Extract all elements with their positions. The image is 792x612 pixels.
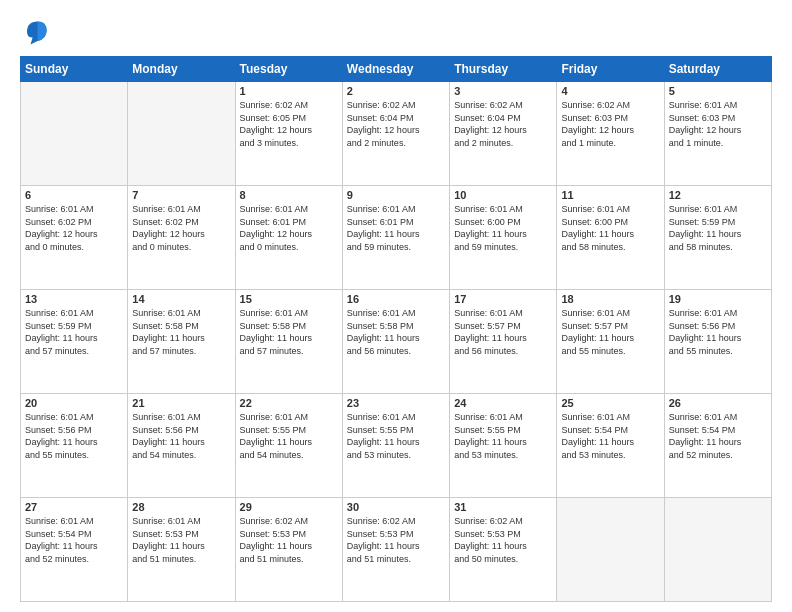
cell-info: Sunrise: 6:01 AM Sunset: 5:58 PM Dayligh… (240, 307, 338, 357)
page: SundayMondayTuesdayWednesdayThursdayFrid… (0, 0, 792, 612)
cell-info: Sunrise: 6:01 AM Sunset: 6:01 PM Dayligh… (240, 203, 338, 253)
day-number: 30 (347, 501, 445, 513)
calendar-cell: 10Sunrise: 6:01 AM Sunset: 6:00 PM Dayli… (450, 186, 557, 290)
calendar-cell: 19Sunrise: 6:01 AM Sunset: 5:56 PM Dayli… (664, 290, 771, 394)
cell-info: Sunrise: 6:01 AM Sunset: 6:02 PM Dayligh… (132, 203, 230, 253)
cell-info: Sunrise: 6:01 AM Sunset: 6:00 PM Dayligh… (561, 203, 659, 253)
cell-info: Sunrise: 6:01 AM Sunset: 5:58 PM Dayligh… (132, 307, 230, 357)
cell-info: Sunrise: 6:01 AM Sunset: 5:56 PM Dayligh… (132, 411, 230, 461)
day-number: 26 (669, 397, 767, 409)
cell-info: Sunrise: 6:02 AM Sunset: 5:53 PM Dayligh… (240, 515, 338, 565)
calendar-header-row: SundayMondayTuesdayWednesdayThursdayFrid… (21, 57, 772, 82)
cell-info: Sunrise: 6:02 AM Sunset: 5:53 PM Dayligh… (347, 515, 445, 565)
cell-info: Sunrise: 6:01 AM Sunset: 5:53 PM Dayligh… (132, 515, 230, 565)
calendar-cell: 21Sunrise: 6:01 AM Sunset: 5:56 PM Dayli… (128, 394, 235, 498)
logo-icon (20, 18, 48, 46)
day-number: 27 (25, 501, 123, 513)
cell-info: Sunrise: 6:01 AM Sunset: 6:03 PM Dayligh… (669, 99, 767, 149)
calendar-cell: 17Sunrise: 6:01 AM Sunset: 5:57 PM Dayli… (450, 290, 557, 394)
header (20, 18, 772, 46)
calendar-cell: 6Sunrise: 6:01 AM Sunset: 6:02 PM Daylig… (21, 186, 128, 290)
day-number: 3 (454, 85, 552, 97)
day-number: 23 (347, 397, 445, 409)
cell-info: Sunrise: 6:02 AM Sunset: 5:53 PM Dayligh… (454, 515, 552, 565)
cell-info: Sunrise: 6:01 AM Sunset: 5:54 PM Dayligh… (25, 515, 123, 565)
calendar-cell: 5Sunrise: 6:01 AM Sunset: 6:03 PM Daylig… (664, 82, 771, 186)
cell-info: Sunrise: 6:02 AM Sunset: 6:05 PM Dayligh… (240, 99, 338, 149)
day-number: 2 (347, 85, 445, 97)
calendar-cell: 12Sunrise: 6:01 AM Sunset: 5:59 PM Dayli… (664, 186, 771, 290)
calendar-row-3: 20Sunrise: 6:01 AM Sunset: 5:56 PM Dayli… (21, 394, 772, 498)
cell-info: Sunrise: 6:01 AM Sunset: 5:56 PM Dayligh… (25, 411, 123, 461)
calendar-cell: 11Sunrise: 6:01 AM Sunset: 6:00 PM Dayli… (557, 186, 664, 290)
calendar-cell (128, 82, 235, 186)
weekday-header-tuesday: Tuesday (235, 57, 342, 82)
cell-info: Sunrise: 6:01 AM Sunset: 5:54 PM Dayligh… (669, 411, 767, 461)
cell-info: Sunrise: 6:01 AM Sunset: 5:55 PM Dayligh… (454, 411, 552, 461)
calendar-cell: 13Sunrise: 6:01 AM Sunset: 5:59 PM Dayli… (21, 290, 128, 394)
day-number: 13 (25, 293, 123, 305)
calendar-cell: 28Sunrise: 6:01 AM Sunset: 5:53 PM Dayli… (128, 498, 235, 602)
cell-info: Sunrise: 6:01 AM Sunset: 5:54 PM Dayligh… (561, 411, 659, 461)
weekday-header-thursday: Thursday (450, 57, 557, 82)
calendar-cell: 31Sunrise: 6:02 AM Sunset: 5:53 PM Dayli… (450, 498, 557, 602)
calendar-cell: 25Sunrise: 6:01 AM Sunset: 5:54 PM Dayli… (557, 394, 664, 498)
day-number: 24 (454, 397, 552, 409)
calendar-cell: 16Sunrise: 6:01 AM Sunset: 5:58 PM Dayli… (342, 290, 449, 394)
day-number: 15 (240, 293, 338, 305)
calendar-cell: 9Sunrise: 6:01 AM Sunset: 6:01 PM Daylig… (342, 186, 449, 290)
calendar-cell: 30Sunrise: 6:02 AM Sunset: 5:53 PM Dayli… (342, 498, 449, 602)
calendar-row-2: 13Sunrise: 6:01 AM Sunset: 5:59 PM Dayli… (21, 290, 772, 394)
day-number: 25 (561, 397, 659, 409)
cell-info: Sunrise: 6:01 AM Sunset: 5:59 PM Dayligh… (669, 203, 767, 253)
calendar-cell: 14Sunrise: 6:01 AM Sunset: 5:58 PM Dayli… (128, 290, 235, 394)
day-number: 18 (561, 293, 659, 305)
day-number: 31 (454, 501, 552, 513)
calendar-cell: 23Sunrise: 6:01 AM Sunset: 5:55 PM Dayli… (342, 394, 449, 498)
day-number: 10 (454, 189, 552, 201)
calendar-cell: 26Sunrise: 6:01 AM Sunset: 5:54 PM Dayli… (664, 394, 771, 498)
cell-info: Sunrise: 6:02 AM Sunset: 6:03 PM Dayligh… (561, 99, 659, 149)
calendar-cell: 22Sunrise: 6:01 AM Sunset: 5:55 PM Dayli… (235, 394, 342, 498)
calendar-cell: 29Sunrise: 6:02 AM Sunset: 5:53 PM Dayli… (235, 498, 342, 602)
calendar-cell: 27Sunrise: 6:01 AM Sunset: 5:54 PM Dayli… (21, 498, 128, 602)
calendar-cell: 1Sunrise: 6:02 AM Sunset: 6:05 PM Daylig… (235, 82, 342, 186)
day-number: 22 (240, 397, 338, 409)
cell-info: Sunrise: 6:02 AM Sunset: 6:04 PM Dayligh… (454, 99, 552, 149)
cell-info: Sunrise: 6:01 AM Sunset: 5:59 PM Dayligh… (25, 307, 123, 357)
day-number: 14 (132, 293, 230, 305)
calendar-row-1: 6Sunrise: 6:01 AM Sunset: 6:02 PM Daylig… (21, 186, 772, 290)
day-number: 19 (669, 293, 767, 305)
calendar-cell (21, 82, 128, 186)
day-number: 12 (669, 189, 767, 201)
cell-info: Sunrise: 6:01 AM Sunset: 6:01 PM Dayligh… (347, 203, 445, 253)
day-number: 20 (25, 397, 123, 409)
calendar-cell: 7Sunrise: 6:01 AM Sunset: 6:02 PM Daylig… (128, 186, 235, 290)
cell-info: Sunrise: 6:01 AM Sunset: 5:57 PM Dayligh… (561, 307, 659, 357)
calendar-table: SundayMondayTuesdayWednesdayThursdayFrid… (20, 56, 772, 602)
day-number: 9 (347, 189, 445, 201)
weekday-header-sunday: Sunday (21, 57, 128, 82)
cell-info: Sunrise: 6:02 AM Sunset: 6:04 PM Dayligh… (347, 99, 445, 149)
day-number: 6 (25, 189, 123, 201)
day-number: 21 (132, 397, 230, 409)
day-number: 17 (454, 293, 552, 305)
day-number: 5 (669, 85, 767, 97)
day-number: 16 (347, 293, 445, 305)
weekday-header-saturday: Saturday (664, 57, 771, 82)
day-number: 4 (561, 85, 659, 97)
calendar-cell: 24Sunrise: 6:01 AM Sunset: 5:55 PM Dayli… (450, 394, 557, 498)
weekday-header-monday: Monday (128, 57, 235, 82)
calendar-cell: 8Sunrise: 6:01 AM Sunset: 6:01 PM Daylig… (235, 186, 342, 290)
cell-info: Sunrise: 6:01 AM Sunset: 5:58 PM Dayligh… (347, 307, 445, 357)
calendar-row-0: 1Sunrise: 6:02 AM Sunset: 6:05 PM Daylig… (21, 82, 772, 186)
cell-info: Sunrise: 6:01 AM Sunset: 5:55 PM Dayligh… (240, 411, 338, 461)
logo (20, 18, 54, 46)
cell-info: Sunrise: 6:01 AM Sunset: 6:00 PM Dayligh… (454, 203, 552, 253)
day-number: 1 (240, 85, 338, 97)
calendar-cell (557, 498, 664, 602)
weekday-header-friday: Friday (557, 57, 664, 82)
day-number: 29 (240, 501, 338, 513)
cell-info: Sunrise: 6:01 AM Sunset: 5:55 PM Dayligh… (347, 411, 445, 461)
day-number: 8 (240, 189, 338, 201)
